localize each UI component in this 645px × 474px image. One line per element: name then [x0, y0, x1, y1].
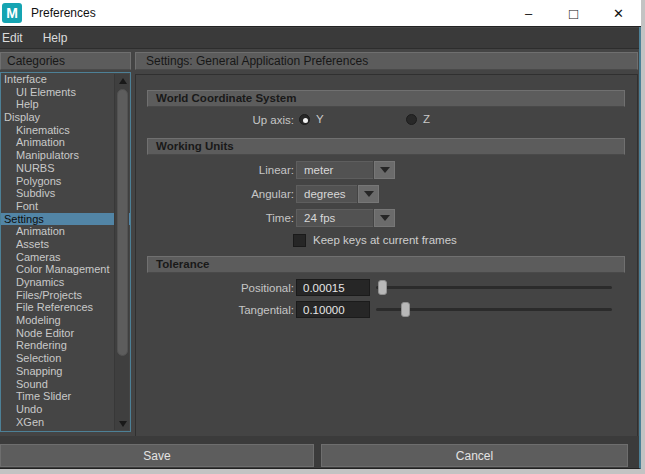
sidebar-item-ui-elements[interactable]: UI Elements	[1, 86, 130, 99]
close-button[interactable]: ✕	[596, 0, 641, 26]
keep-keys-label: Keep keys at current frames	[313, 234, 457, 246]
sidebar-item-files-projects[interactable]: Files/Projects	[1, 289, 130, 302]
positional-input[interactable]	[296, 279, 370, 296]
tangential-slider[interactable]	[376, 301, 612, 318]
linear-row: Linear: meter	[136, 161, 637, 181]
sidebar-item-display[interactable]: Display	[1, 111, 130, 124]
sidebar-item-selection[interactable]: Selection	[1, 352, 130, 365]
sidebar-item-help[interactable]: Help	[1, 98, 130, 111]
minimize-button[interactable]: –	[506, 0, 551, 26]
sidebar-item-color-management[interactable]: Color Management	[1, 263, 130, 276]
tangential-input[interactable]	[296, 301, 370, 318]
angular-value: degrees	[296, 185, 357, 203]
sidebar-item-modeling[interactable]: Modeling	[1, 314, 130, 327]
sidebar-item-manipulators[interactable]: Manipulators	[1, 149, 130, 162]
time-row: Time: 24 fps	[136, 209, 637, 229]
sidebar-item-sound[interactable]: Sound	[1, 378, 130, 391]
categories-header: Categories	[0, 52, 131, 70]
sidebar-item-snapping[interactable]: Snapping	[1, 365, 130, 378]
radio-label: Y	[316, 113, 324, 125]
positional-row: Positional:	[136, 279, 637, 299]
linear-value: meter	[296, 161, 373, 179]
positional-slider[interactable]	[376, 279, 612, 296]
menu-item-edit[interactable]: Edit	[2, 31, 23, 45]
settings-content: World Coordinate System Up axis: YZ Work…	[135, 74, 638, 437]
keep-keys-checkbox[interactable]	[293, 234, 306, 247]
tangential-row: Tangential:	[136, 301, 637, 321]
radio-label: Z	[423, 113, 430, 125]
menubar: Edit Help	[0, 28, 639, 49]
menu-item-help[interactable]: Help	[43, 31, 68, 45]
time-dropdown[interactable]: 24 fps	[296, 209, 395, 227]
sidebar-item-font[interactable]: Font	[1, 200, 130, 213]
sidebar-item-node-editor[interactable]: Node Editor	[1, 327, 130, 340]
up-axis-label: Up axis:	[136, 114, 294, 126]
section-header-world-coordinate-system: World Coordinate System	[147, 90, 625, 107]
window-controls: – □ ✕	[506, 0, 641, 26]
sidebar-item-interface[interactable]: Interface	[1, 73, 130, 86]
sidebar-item-animation[interactable]: Animation	[1, 225, 130, 238]
sidebar-item-nurbs[interactable]: NURBS	[1, 162, 130, 175]
section-header-tolerance: Tolerance	[147, 256, 625, 273]
categories-list: InterfaceUI ElementsHelpDisplayKinematic…	[0, 72, 131, 432]
section-header-working-units: Working Units	[147, 138, 625, 155]
scroll-down-icon[interactable]	[115, 417, 130, 430]
linear-label: Linear:	[136, 164, 294, 176]
sidebar-item-assets[interactable]: Assets	[1, 238, 130, 251]
titlebar: M Preferences – □ ✕	[0, 0, 641, 27]
time-value: 24 fps	[296, 209, 373, 227]
sidebar-item-polygons[interactable]: Polygons	[1, 175, 130, 188]
sidebar-item-rendering[interactable]: Rendering	[1, 339, 130, 352]
chevron-down-icon[interactable]	[374, 161, 395, 179]
radio-icon[interactable]	[299, 114, 310, 125]
sidebar-item-dynamics[interactable]: Dynamics	[1, 276, 130, 289]
time-label: Time:	[136, 212, 294, 224]
slider-track	[376, 308, 612, 311]
sidebar-item-undo[interactable]: Undo	[1, 403, 130, 416]
up-axis-row: Up axis: YZ	[136, 111, 637, 131]
radio-icon[interactable]	[406, 114, 417, 125]
keep-keys-row: Keep keys at current frames	[136, 233, 637, 253]
chevron-down-icon[interactable]	[374, 209, 395, 227]
positional-label: Positional:	[136, 282, 294, 294]
sidebar-item-xgen[interactable]: XGen	[1, 416, 130, 429]
sidebar-item-time-slider[interactable]: Time Slider	[1, 390, 130, 403]
up-axis-y-radio[interactable]: Y	[299, 113, 324, 125]
categories-scrollbar[interactable]	[114, 74, 129, 430]
footer: Save Cancel	[0, 436, 639, 468]
tangential-label: Tangential:	[136, 304, 294, 316]
linear-dropdown[interactable]: meter	[296, 161, 395, 179]
sidebar-item-kinematics[interactable]: Kinematics	[1, 124, 130, 137]
scrollbar-thumb[interactable]	[117, 89, 128, 356]
scroll-up-icon[interactable]	[115, 74, 130, 87]
tangential-slider-handle[interactable]	[401, 302, 410, 317]
up-axis-z-radio[interactable]: Z	[406, 113, 430, 125]
angular-row: Angular: degrees	[136, 185, 637, 205]
cancel-button[interactable]: Cancel	[321, 444, 628, 467]
sidebar-item-animation[interactable]: Animation	[1, 136, 130, 149]
positional-slider-handle[interactable]	[378, 280, 387, 295]
maya-app-icon: M	[2, 3, 22, 23]
slider-track	[376, 286, 612, 289]
settings-panel-header: Settings: General Application Preference…	[135, 52, 638, 70]
save-button[interactable]: Save	[0, 444, 314, 467]
chevron-down-icon[interactable]	[358, 185, 379, 203]
angular-label: Angular:	[136, 188, 294, 200]
maximize-button[interactable]: □	[551, 0, 596, 26]
sidebar-item-subdivs[interactable]: Subdivs	[1, 187, 130, 200]
sidebar-item-cameras[interactable]: Cameras	[1, 251, 130, 264]
window-title: Preferences	[31, 6, 96, 20]
angular-dropdown[interactable]: degrees	[296, 185, 379, 203]
sidebar-item-file-references[interactable]: File References	[1, 301, 130, 314]
sidebar-item-settings[interactable]: Settings	[1, 213, 130, 226]
preferences-window: M Preferences – □ ✕ Edit Help Categories…	[0, 0, 641, 469]
